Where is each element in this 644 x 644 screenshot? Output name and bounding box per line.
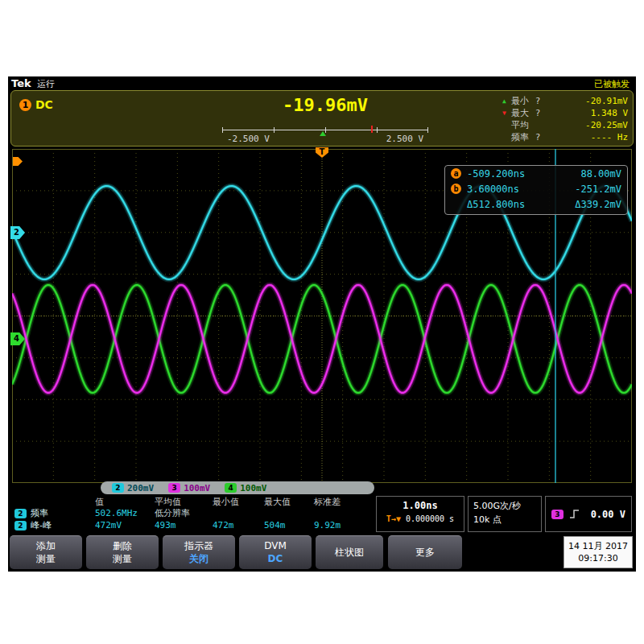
button-state: 关闭 <box>163 553 235 566</box>
trigger-status: 已被触发 <box>594 78 630 90</box>
cursor-b-badge: b <box>451 184 461 194</box>
channel-2-badge: 2 <box>112 483 124 493</box>
scale-tick <box>377 127 378 133</box>
button-state: DC <box>239 553 312 566</box>
cursor-readout-box: a -509.200ns 88.00mV b 3.60000ns -251.2m… <box>444 165 628 215</box>
col-header-min: 最小值 <box>213 496 264 508</box>
top-status-bar: Tek 运行 已被触发 <box>8 76 636 90</box>
stat-uncertain: ? <box>534 132 542 142</box>
oscilloscope-screen: Tek 运行 已被触发 1 DC -19.96mV -2.500 V 2.500… <box>8 76 636 572</box>
col-header-mean: 平均值 <box>155 496 213 508</box>
channel-1-badge: 1 <box>19 99 31 111</box>
dvm-scale-max: 2.500 V <box>386 134 423 144</box>
trigger-position-icon: T→▼ <box>386 514 401 523</box>
dvm-panel: 1 DC -19.96mV -2.500 V 2.500 V ▲ 最小 ? -2… <box>10 90 634 147</box>
date-value: 14 11月 2017 <box>564 540 632 552</box>
dvm-value-pointer-icon <box>320 131 326 136</box>
button-label: 删除 <box>86 540 159 553</box>
rising-edge-icon <box>569 509 580 519</box>
button-label: 测量 <box>86 553 159 566</box>
cursor-a-volt: 88.00mV <box>580 168 621 180</box>
stat-value: -20.91mV <box>542 96 628 106</box>
dvm-scale: -2.500 V 2.500 V <box>222 125 428 146</box>
cursor-a-row: a -509.200ns 88.00mV <box>445 166 627 181</box>
meas-value: 502.6MHz <box>95 508 155 518</box>
acquisition-readout: 5.00G次/秒 10k 点 <box>468 496 542 532</box>
scale-tick <box>222 127 223 133</box>
datetime-display: 14 11月 2017 09:17:30 <box>564 536 633 568</box>
acquisition-state: 运行 <box>37 78 55 90</box>
channel-3-volts-div: 100mV <box>184 483 210 493</box>
cursor-a-badge: a <box>451 168 461 179</box>
dvm-statistics: ▲ 最小 ? -20.91mV ▼ 最大 ? 1.348 V 平均 -20.25… <box>502 95 628 143</box>
cursor-b-time: 3.60000ns <box>467 184 575 195</box>
horizontal-readout: 1.00ns T→▼ 0.000000 s <box>376 496 464 532</box>
channel-2-badge: 2 <box>14 521 27 530</box>
dvm-mode-label: DC <box>35 98 53 111</box>
stat-value: ---- Hz <box>542 132 628 142</box>
col-header-max: 最大值 <box>264 496 314 508</box>
meas-name: 频率 <box>31 507 48 519</box>
meas-min: 472m <box>213 520 264 530</box>
button-label: 更多 <box>388 547 462 559</box>
sample-rate: 5.00G次/秒 <box>473 500 541 514</box>
add-measurement-button[interactable]: 添加 测量 <box>10 535 82 569</box>
stat-label: 最小 <box>511 95 534 107</box>
channel-2-badge: 2 <box>14 509 27 518</box>
button-label: 测量 <box>10 553 82 566</box>
cursor-b-row: b 3.60000ns -251.2mV <box>445 181 627 196</box>
trigger-readout: 3 0.00 V <box>545 496 632 532</box>
channel-4-scale[interactable]: 4 100mV <box>225 483 266 493</box>
softkey-menu-bar: 添加 测量 删除 测量 指示器 关闭 DVM DC 柱状图 更多 14 11月 … <box>8 534 636 572</box>
horizontal-position-value: 0.000000 s <box>406 514 454 523</box>
indicators-button[interactable]: 指示器 关闭 <box>163 535 235 569</box>
channel-2-volts-div: 200mV <box>127 483 154 493</box>
channel-4-volts-div: 100mV <box>240 483 266 493</box>
record-length: 10k 点 <box>473 514 541 527</box>
measurement-table: 值 平均值 最小值 最大值 标准差 2 频率 502.6MHz 低分辨率 2 峰… <box>14 496 369 532</box>
scale-tick <box>427 127 428 133</box>
dvm-stat-row: ▲ 最小 ? -20.91mV <box>502 95 628 107</box>
cursor-delta-time: Δ512.800ns <box>467 199 575 210</box>
meas-name: 峰-峰 <box>31 519 52 531</box>
dvm-button[interactable]: DVM DC <box>239 535 312 569</box>
meas-row-label: 2 频率 <box>14 507 95 519</box>
stat-label: 频率 <box>511 131 534 143</box>
scale-tick <box>274 127 275 133</box>
more-button[interactable]: 更多 <box>388 535 462 569</box>
button-label: 添加 <box>10 540 82 553</box>
dvm-reading: -19.96mV <box>156 95 494 115</box>
col-header-value: 值 <box>95 496 155 508</box>
dvm-stat-row: 频率 ? ---- Hz <box>502 131 628 143</box>
min-marker-icon: ▲ <box>502 97 511 105</box>
channel-3-badge: 3 <box>168 483 180 493</box>
channel-scale-strip: 2 200mV 3 100mV 4 100mV <box>101 481 374 494</box>
cursor-delta-row: Δ512.800ns Δ339.2mV <box>445 196 627 212</box>
meas-stddev: 9.92m <box>314 520 361 530</box>
dvm-stat-row: ▼ 最大 ? 1.348 V <box>502 107 628 119</box>
meas-mean: 493m <box>155 520 213 530</box>
stat-value: -20.25mV <box>542 120 628 130</box>
delete-measurement-button[interactable]: 删除 测量 <box>86 535 159 569</box>
button-label: 指示器 <box>163 540 235 553</box>
dvm-max-marker-icon <box>371 126 373 133</box>
meas-row-label: 2 峰-峰 <box>14 519 95 531</box>
channel-3-scale[interactable]: 3 100mV <box>168 483 210 493</box>
meas-value: 472mV <box>95 520 155 530</box>
meas-mean: 低分辨率 <box>155 507 213 519</box>
cursor-b-volt: -251.2mV <box>575 184 621 195</box>
col-header-stddev: 标准差 <box>314 496 361 508</box>
stat-label: 最大 <box>511 107 534 119</box>
channel-4-badge: 4 <box>225 483 237 493</box>
cursor-delta-volt: Δ339.2mV <box>575 199 621 210</box>
channel-2-scale[interactable]: 2 200mV <box>112 483 154 493</box>
button-label: 柱状图 <box>316 547 383 559</box>
button-label: DVM <box>239 540 312 553</box>
timebase-value: 1.00ns <box>377 500 464 511</box>
dvm-stat-row: 平均 -20.25mV <box>502 119 628 131</box>
horizontal-position: T→▼ 0.000000 s <box>377 514 464 523</box>
dvm-scale-min: -2.500 V <box>227 134 270 144</box>
cursor-a-time: -509.200ns <box>467 168 580 180</box>
histogram-button[interactable]: 柱状图 <box>316 535 383 569</box>
trigger-level: 0.00 V <box>585 509 625 520</box>
